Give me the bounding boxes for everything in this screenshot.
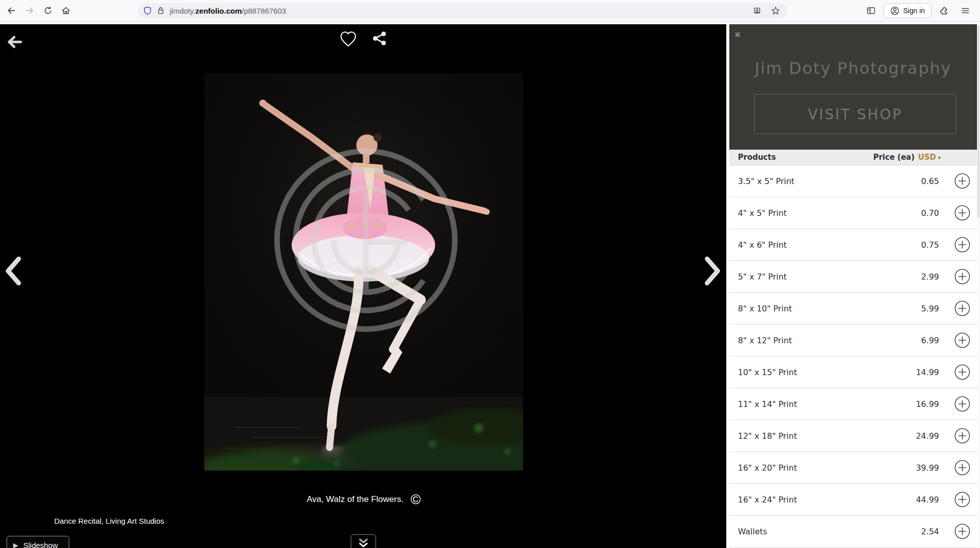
price-column-header: Price (ea)	[873, 153, 915, 162]
product-row: 10" x 15" Print 14.99	[729, 356, 977, 388]
back-arrow-icon	[7, 6, 16, 15]
browser-home-button[interactable]	[58, 3, 74, 19]
heart-icon	[339, 30, 357, 48]
chevron-right-icon	[703, 256, 722, 286]
url-domain: zenfolio.com	[196, 7, 242, 15]
plus-circle-icon	[954, 460, 970, 476]
url-bar[interactable]: jimdoty.zenfolio.com/p887867603	[138, 3, 787, 18]
gallery-title: Dance Recital, Living Art Studios	[33, 517, 185, 525]
product-price: 24.99	[916, 431, 939, 441]
add-to-cart-button[interactable]	[954, 428, 970, 444]
home-icon	[61, 6, 71, 15]
studio-name: Jim Doty Photography	[729, 59, 977, 78]
share-icon	[371, 30, 388, 47]
chevron-down-icon[interactable]: ▾	[938, 155, 941, 160]
add-to-cart-button[interactable]	[954, 364, 970, 380]
plus-circle-icon	[954, 268, 970, 285]
shop-sidebar: ✖ Jim Doty Photography VISIT SHOP Produc…	[729, 22, 977, 548]
lock-icon[interactable]	[156, 6, 165, 15]
save-download-icon[interactable]	[753, 6, 762, 15]
product-name: 8" x 10" Print	[738, 304, 792, 313]
tracking-shield-icon[interactable]	[143, 6, 152, 15]
sidebar-scrollbar[interactable]	[977, 22, 980, 548]
plus-circle-icon	[954, 364, 970, 380]
add-to-cart-button[interactable]	[954, 523, 970, 539]
close-icon[interactable]: ✖	[734, 30, 741, 39]
add-to-cart-button[interactable]	[954, 491, 970, 508]
product-name: 3.5" x 5" Print	[738, 176, 795, 186]
product-price: 44.99	[916, 495, 939, 505]
scrollbar-thumb[interactable]	[977, 26, 979, 218]
favorite-button[interactable]	[339, 30, 357, 50]
product-list: 3.5" x 5" Print 0.65 4" x 5" Print 0.70 …	[729, 165, 977, 547]
product-name: 12" x 18" Print	[738, 431, 797, 441]
product-name: 4" x 5" Print	[738, 208, 787, 218]
add-to-cart-button[interactable]	[954, 396, 970, 412]
add-to-cart-button[interactable]	[954, 205, 970, 221]
product-row: Wallets 2.54	[729, 516, 977, 547]
chevron-left-icon	[4, 256, 23, 286]
product-row: 5" x 7" Print 2.99	[729, 261, 977, 293]
product-name: 16" x 20" Print	[738, 463, 797, 473]
play-icon: ▶	[13, 541, 18, 548]
add-to-cart-button[interactable]	[954, 237, 970, 253]
next-photo-button[interactable]	[702, 256, 724, 286]
add-to-cart-button[interactable]	[954, 268, 970, 285]
url-prefix: jimdoty.	[170, 7, 196, 15]
product-row: 8" x 10" Print 5.99	[729, 293, 977, 325]
product-price: 0.65	[921, 176, 939, 186]
plus-circle-icon	[954, 491, 970, 508]
product-price: 2.54	[921, 527, 939, 536]
currency-selector[interactable]: USD	[918, 153, 936, 162]
products-table-header: Products Price (ea) USD ▾	[729, 150, 977, 165]
sidebar-toggle-button[interactable]	[863, 3, 879, 19]
product-name: Wallets	[738, 527, 767, 536]
photo-caption: Ava, Walz of the Flowers. ©	[204, 489, 523, 510]
sidebar-panel-icon	[866, 6, 876, 15]
product-row: 11" x 14" Print 16.99	[729, 388, 977, 420]
plus-circle-icon	[954, 396, 970, 412]
browser-forward-button[interactable]	[22, 3, 38, 19]
browser-back-button[interactable]	[3, 3, 19, 19]
add-to-cart-button[interactable]	[954, 173, 970, 189]
browser-reload-button[interactable]	[40, 3, 56, 19]
product-price: 2.99	[921, 272, 939, 282]
menu-button[interactable]	[957, 3, 973, 19]
product-name: 4" x 6" Print	[738, 240, 787, 250]
product-row: 3.5" x 5" Print 0.65	[729, 165, 977, 197]
puzzle-piece-icon	[940, 6, 949, 16]
product-row: 4" x 5" Print 0.70	[729, 197, 977, 229]
sign-in-button[interactable]: Sign in	[883, 3, 931, 18]
product-name: 10" x 15" Print	[738, 368, 797, 377]
add-to-cart-button[interactable]	[954, 460, 970, 476]
chevron-double-down-icon	[357, 538, 369, 548]
product-price: 39.99	[916, 463, 939, 473]
add-to-cart-button[interactable]	[954, 332, 970, 348]
visit-shop-button[interactable]: VISIT SHOP	[754, 94, 956, 134]
plus-circle-icon	[954, 428, 970, 444]
plus-circle-icon	[954, 173, 970, 189]
slideshow-label: Slideshow	[23, 541, 58, 548]
hamburger-menu-icon	[961, 6, 970, 15]
slideshow-button[interactable]: ▶ Slideshow	[7, 536, 69, 548]
photo-viewer: Ava, Walz of the Flowers. © Dance Recita…	[0, 24, 726, 548]
previous-photo-button[interactable]	[2, 256, 24, 286]
product-row: 16" x 20" Print 39.99	[729, 452, 977, 484]
share-button[interactable]	[371, 30, 388, 50]
bookmark-star-icon[interactable]	[771, 6, 780, 15]
photo-ballerina[interactable]	[204, 73, 523, 471]
plus-circle-icon	[954, 237, 970, 253]
product-price: 0.75	[921, 240, 939, 250]
add-to-cart-button[interactable]	[954, 300, 970, 316]
sign-in-label: Sign in	[903, 7, 925, 15]
plus-circle-icon	[954, 332, 970, 348]
plus-circle-icon	[954, 205, 970, 221]
extensions-button[interactable]	[936, 3, 952, 19]
product-price: 6.99	[921, 336, 939, 345]
product-name: 16" x 24" Print	[738, 495, 797, 505]
forward-arrow-icon	[25, 6, 34, 15]
product-row: 4" x 6" Print 0.75	[729, 229, 977, 261]
product-row: 12" x 18" Print 24.99	[729, 420, 977, 452]
product-row: 16" x 24" Print 44.99	[729, 484, 977, 516]
collapse-toolbar-button[interactable]	[351, 534, 376, 548]
